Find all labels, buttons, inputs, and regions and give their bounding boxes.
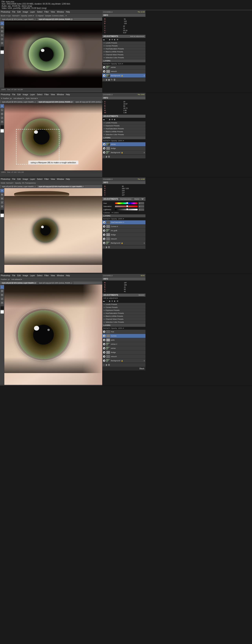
adj-selcolor-4[interactable]: Selective Color Presets (102, 321, 145, 324)
menu-bar-3[interactable]: Photoshop File Edit Image Layer Select F… (0, 178, 102, 181)
eraser-tool[interactable]: E (0, 30, 4, 33)
marquee-tool[interactable]: M (0, 104, 4, 108)
menu-edit-4[interactable]: Edit (17, 274, 21, 277)
adj-levels-4[interactable]: Levels Presets (102, 303, 145, 306)
layer-bg-1[interactable]: Background 🔒 0 (102, 74, 145, 78)
adj-levels-2[interactable]: Levels Presets (102, 122, 145, 124)
del-layer-btn-2[interactable]: 🗑 (108, 155, 110, 158)
fg-color-2[interactable] (0, 125, 4, 129)
visibility-extras-1[interactable] (103, 66, 105, 68)
menu-image[interactable]: Image (23, 11, 28, 13)
visibility-dodge-2[interactable] (103, 147, 105, 150)
huesat-tool-3[interactable]: ⊕ (0, 189, 4, 192)
brush-tool-3[interactable]: B (0, 193, 4, 196)
clone-stamp-tool[interactable]: S (0, 22, 4, 25)
layer-curves4[interactable]: Curves 4 (102, 224, 145, 229)
visibility-dodge-3[interactable] (103, 234, 105, 236)
eye-canvas-2[interactable]: using a Marquee (M) to make a rough sele… (4, 104, 102, 170)
lightness-slider[interactable] (115, 209, 138, 210)
adj-curves-4[interactable]: Curves Presets (102, 306, 145, 309)
visibility-retouch-1[interactable] (103, 70, 105, 72)
menu-filter-2[interactable]: Filter (44, 94, 49, 96)
menu-file[interactable]: File (12, 11, 15, 13)
adj-curves[interactable]: Curves Presets (102, 44, 145, 48)
menu-edit-2[interactable]: Edit (17, 94, 21, 96)
saturation-slider[interactable] (115, 206, 138, 207)
adj-icons-1[interactable]: ▬ ⌒ ◑ ⊕ ◐ ⊞ (102, 38, 145, 41)
eye-canvas-4[interactable] (4, 284, 102, 385)
tab-bar-4[interactable]: eyes all.psd @ 50% (extras, Layer Mask/8… (0, 281, 102, 284)
exposure-icon[interactable]: ◑ (109, 38, 110, 40)
lasso-tool-4[interactable]: L (0, 285, 4, 289)
fg-color-3[interactable] (0, 210, 4, 213)
bw-icon-2[interactable]: ◐ (114, 118, 116, 120)
visibility-curves4[interactable] (103, 225, 105, 228)
menu-view-3[interactable]: View (51, 178, 55, 180)
menu-window-2[interactable]: Window (57, 94, 64, 96)
layer-bg-2[interactable]: Background 🔒 0 (102, 150, 145, 155)
menu-help-3[interactable]: Help (66, 178, 70, 180)
hand-tool-4[interactable]: H (0, 301, 4, 304)
menu-select-3[interactable]: Select (37, 178, 42, 180)
hue-input[interactable] (138, 202, 144, 205)
layer-retouch-4[interactable]: retouch (102, 354, 145, 359)
tab-3-2[interactable]: eyes all copy.psd @ 50% Hue/Saturation 4… (37, 185, 84, 188)
bg-color-2[interactable] (0, 129, 4, 132)
menu-image-3[interactable]: Image (23, 178, 28, 180)
marquee-tool-3[interactable]: M (0, 197, 4, 200)
channelmix-icon[interactable]: ⊞ (117, 38, 118, 40)
menu-select[interactable]: Select (37, 11, 42, 13)
menu-select-2[interactable]: Select (37, 94, 42, 96)
layer-extras-1[interactable]: extras (102, 65, 145, 70)
new-layer-btn-1[interactable]: □ (103, 78, 104, 81)
adj-selcolor[interactable]: Selective Color Presets (102, 56, 145, 59)
menu-help[interactable]: Help (66, 11, 70, 13)
huesat-icon-4[interactable]: ⊕ (111, 300, 113, 302)
foreground-color[interactable] (0, 46, 4, 50)
lasso-tool-2[interactable]: L (0, 108, 4, 112)
del-layer-btn-1[interactable]: 🗑 (113, 78, 116, 81)
menu-layer-3[interactable]: Layer (30, 178, 35, 180)
menu-window-4[interactable]: Window (57, 274, 64, 277)
layer-bg-4[interactable]: Background 🔒 0 (102, 359, 145, 363)
visibility-retouch-3[interactable] (103, 238, 105, 240)
visibility-bg-4[interactable] (103, 360, 105, 362)
visibility-extras-4[interactable] (103, 347, 105, 350)
huesat-icon[interactable]: ⊕ (111, 38, 113, 40)
menu-bar-1[interactable]: Photoshop File Edit Image Layer Select F… (0, 10, 102, 14)
menu-layer-4[interactable]: Layer (30, 274, 35, 277)
menu-photoshop-3[interactable]: Photoshop (1, 178, 10, 180)
visibility-bg-2[interactable] (103, 151, 105, 154)
tab-1-1[interactable]: eyes all.psd @ 50% (extras, Layer Mask/8… (1, 18, 37, 20)
layer-irisgraft[interactable]: iris graft (102, 229, 145, 233)
levels-icon-2[interactable]: ▬ (103, 118, 105, 120)
layer-retouch-3[interactable]: retouch (102, 237, 145, 241)
bw-icon[interactable]: ◐ (114, 38, 116, 40)
background-color[interactable] (0, 50, 4, 54)
eye-canvas-1[interactable] (4, 21, 102, 88)
visibility-extras-2[interactable] (103, 143, 105, 146)
layer-dodge-4[interactable]: dodge (102, 350, 145, 354)
brush-tool-4[interactable]: B (0, 293, 4, 297)
eye-canvas-3[interactable] (4, 188, 102, 273)
adj-channelmix-4[interactable]: Channel Mixer Presets (102, 318, 145, 321)
layer-extras2-4[interactable]: extras 2 (102, 342, 145, 346)
adj-huesat[interactable]: Hue/Saturation Presets (102, 48, 145, 50)
visibility-irisgraft[interactable] (103, 230, 105, 232)
zoom-tool[interactable]: Z (0, 38, 4, 41)
menu-file-4[interactable]: File (12, 274, 15, 277)
fg-color-4[interactable] (0, 306, 4, 310)
visibility-puks-4[interactable] (103, 339, 105, 341)
menu-edit[interactable]: Edit (17, 11, 21, 13)
new-layer-btn-2[interactable]: □ (103, 155, 104, 158)
adj-bw-4[interactable]: Black & White Presets (102, 315, 145, 318)
menu-photoshop[interactable]: Photoshop (1, 11, 10, 13)
menu-select-4[interactable]: Select (37, 274, 42, 277)
adj-bw[interactable]: Black & White Presets (102, 50, 145, 53)
layer-dodge-3[interactable]: dodge (102, 233, 145, 237)
new-adj-btn-2[interactable]: ◑ (105, 155, 107, 158)
visibility-dodge-4[interactable] (103, 351, 105, 354)
visibility-hue-4[interactable] (103, 330, 105, 333)
mask-btn-1[interactable]: ▣ (108, 78, 110, 81)
new-adj-btn-4[interactable]: ◑ (105, 364, 107, 366)
